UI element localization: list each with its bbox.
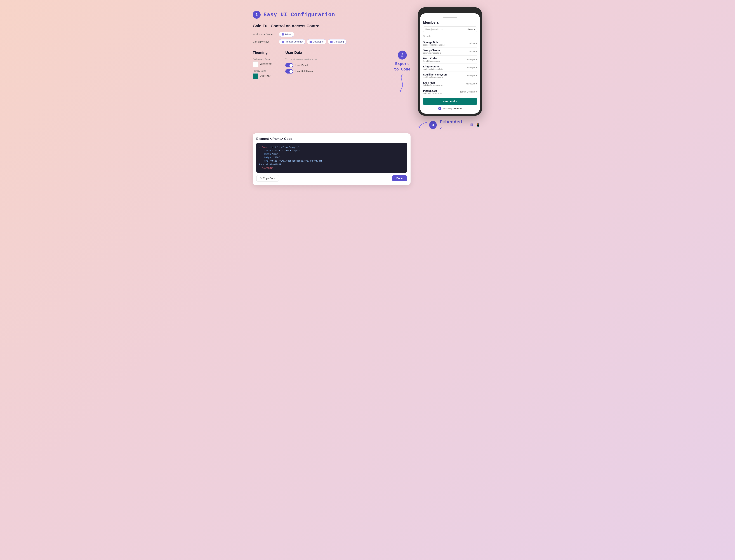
notch-bar: [443, 17, 457, 18]
member-info: Sandy Cheeks sandy@pineapple.io: [423, 49, 441, 54]
toggle-user-fullname[interactable]: [285, 69, 293, 74]
member-email: Pearl@pineapple.io: [423, 60, 440, 62]
member-email: sandy@pineapple.io: [423, 52, 441, 54]
copy-icon: ⧉: [260, 177, 262, 180]
device-icons: 🖥 📱: [470, 123, 480, 127]
workspace-owner-label: Workspace Owner: [253, 33, 276, 36]
svg-marker-1: [418, 127, 421, 128]
members-title: Members: [423, 18, 477, 26]
tag-product-designer[interactable]: Product Designer: [279, 39, 305, 44]
toggle-user-fullname-row: User Full Name: [285, 69, 380, 74]
svg-marker-0: [399, 90, 402, 92]
code-box: Element <iframe> Code <iframe id="inline…: [253, 133, 411, 185]
member-role[interactable]: Admin ▾: [469, 50, 477, 53]
member-email: ladyfish@pineapple.io: [423, 84, 442, 86]
member-row: King Neptune neptune@pineapple.io Develo…: [423, 64, 477, 72]
done-button[interactable]: Done: [392, 175, 407, 181]
permit-logo: P: [438, 107, 441, 110]
tag-marketing[interactable]: Marketing: [328, 39, 347, 44]
step2-circle: 2: [398, 51, 407, 60]
member-name: Patrick Star: [423, 89, 442, 92]
theming-section: Theming Background Color # FFFFFF Primar…: [253, 51, 411, 94]
toggle-user-email[interactable]: [285, 63, 293, 67]
member-role[interactable]: Marketing ▾: [466, 82, 477, 85]
step1-title: Easy UI Configuration: [263, 12, 335, 18]
member-role[interactable]: Product Designer ▾: [459, 91, 477, 93]
primary-color-row: Primary Color # 067A6F: [253, 70, 275, 79]
code-box-footer: ⧉ Copy Code Done: [256, 175, 407, 181]
member-row: Sandy Cheeks sandy@pineapple.io Admin ▾: [423, 48, 477, 56]
member-info: Sponge Bob spongebob@pineapple.io: [423, 41, 446, 46]
member-name: Sponge Bob: [423, 41, 446, 44]
admin-tag-label: Admin: [285, 33, 291, 36]
secured-row: P Secured by Permit.io: [423, 105, 477, 111]
phone-inner: Members User@email.com Viewer ▾ Search: [420, 13, 480, 114]
primary-color-value: # 067A6F: [260, 75, 275, 78]
member-name: Sandy Cheeks: [423, 49, 441, 52]
code-block: <iframe id="inlineFrameExample" title="I…: [256, 143, 407, 173]
member-role[interactable]: Developer ▾: [466, 66, 477, 69]
member-row: Patrick Star patrick@pineapple.io Produc…: [423, 88, 477, 96]
can-only-view-label: Can only View: [253, 40, 276, 43]
tag-dot-icon: [330, 41, 333, 43]
member-info: Lady Fish ladyfish@pineapple.io: [423, 81, 442, 86]
notch-area: [420, 13, 480, 18]
send-invite-button[interactable]: Send Invite: [423, 98, 477, 105]
member-row: Lady Fish ladyfish@pineapple.io Marketin…: [423, 80, 477, 88]
code-box-title: Element <iframe> Code: [256, 137, 407, 141]
secured-by-text: Secured by: [442, 107, 453, 110]
export-label: Exportto Code: [394, 61, 411, 72]
export-to-code-section: 2 Exportto Code: [394, 51, 411, 94]
step3-label: Embedded ✓: [440, 119, 467, 131]
phone-screen: Members User@email.com Viewer ▾ Search: [420, 13, 480, 114]
member-name: Pearl Krabs: [423, 57, 440, 60]
section-subtitle: Gain Full Control on Access Control: [253, 24, 411, 28]
primary-color-swatch[interactable]: [253, 73, 258, 79]
invite-input[interactable]: User@email.com: [425, 28, 465, 31]
primary-color-label: Primary Color: [253, 70, 275, 72]
invite-row: User@email.com Viewer ▾: [423, 26, 477, 32]
members-section: Members User@email.com Viewer ▾ Search: [420, 18, 480, 111]
member-row: Pearl Krabs Pearl@pineapple.io Developer…: [423, 56, 477, 64]
bg-color-swatch[interactable]: [253, 62, 258, 67]
toggle-user-fullname-label: User Full Name: [295, 70, 313, 73]
theming-block: Theming Background Color # FFFFFF Primar…: [253, 51, 275, 82]
search-placeholder[interactable]: Search: [423, 35, 430, 37]
phone-notch: [439, 9, 461, 13]
member-role[interactable]: Developer ▾: [466, 74, 477, 77]
member-email: squilliam@pineapple.io: [423, 76, 447, 78]
bg-color-label: Background Color: [253, 58, 275, 60]
user-data-block: User Data You must have at least one on …: [285, 51, 380, 75]
member-info: Pearl Krabs Pearl@pineapple.io: [423, 57, 440, 62]
copy-btn-label: Copy Code: [263, 177, 275, 180]
member-row: Sponge Bob spongebob@pineapple.io Admin …: [423, 39, 477, 48]
member-name: Squilliam Fancyson: [423, 73, 447, 76]
user-data-title: User Data: [285, 51, 380, 55]
tag-dot-icon: [282, 33, 284, 36]
copy-code-button[interactable]: ⧉ Copy Code: [256, 175, 279, 181]
toggle-user-email-row: User Email: [285, 63, 380, 67]
step1-header: 1 Easy UI Configuration: [253, 11, 411, 19]
user-data-subtitle: You must have at least one on: [285, 58, 380, 61]
tag-label: Product Designer: [285, 40, 303, 43]
member-info: Patrick Star patrick@pineapple.io: [423, 89, 442, 94]
viewer-badge[interactable]: Viewer ▾: [467, 28, 475, 31]
tag-dot-icon: [282, 41, 284, 43]
tag-dot-icon: [310, 41, 312, 43]
tag-developer[interactable]: Developer: [307, 39, 326, 44]
desktop-icon: 🖥: [470, 123, 473, 127]
member-row: Squilliam Fancyson squilliam@pineapple.i…: [423, 72, 477, 80]
tag-label: Developer: [313, 40, 323, 43]
toggle-user-email-label: User Email: [295, 64, 308, 67]
member-role[interactable]: Admin ▾: [469, 42, 477, 45]
members-list: Sponge Bob spongebob@pineapple.io Admin …: [423, 39, 477, 96]
member-name: King Neptune: [423, 65, 443, 68]
step1-circle: 1: [253, 11, 261, 19]
member-info: King Neptune neptune@pineapple.io: [423, 65, 443, 70]
step3-arrow: [418, 121, 428, 129]
admin-tag[interactable]: Admin: [279, 32, 294, 37]
tag-label: Marketing: [334, 40, 344, 43]
can-only-view-tags: Product Designer Developer Marketing: [279, 39, 347, 44]
secured-brand: Permit.io: [453, 107, 462, 110]
member-role[interactable]: Developer ▾: [466, 58, 477, 61]
